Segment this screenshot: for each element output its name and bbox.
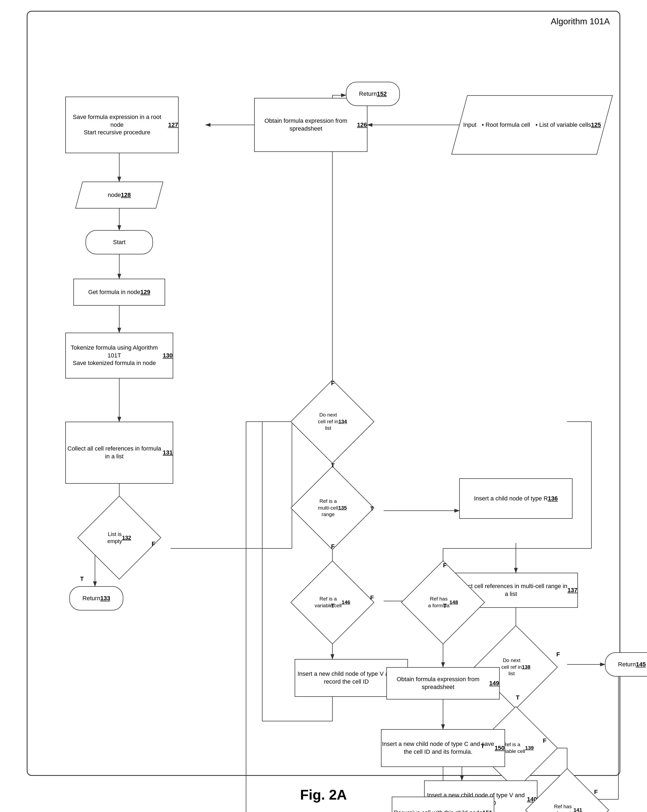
node-start: Start — [85, 230, 153, 254]
label-t-135: T — [370, 505, 374, 512]
node-130: Tokenize formula using Algorithm 101TSav… — [65, 333, 173, 379]
label-t-139: T — [481, 743, 484, 750]
node-127: Save formula expression in a root nodeSt… — [65, 96, 179, 153]
node-149: Obtain formula expression from spreadshe… — [386, 667, 500, 699]
fig-caption: Fig. 2A — [300, 787, 347, 803]
node-131: Collect all cell references in formula i… — [65, 422, 173, 484]
label-t-138: T — [516, 694, 519, 701]
label-t-148: T — [443, 602, 447, 609]
label-f-132: F — [152, 540, 155, 547]
node-135: Ref is amulti-cellrange135 — [290, 466, 374, 550]
diagram-container: Algorithm 101A — [27, 11, 620, 776]
node-151: Recursive call with this child node151 — [392, 797, 494, 812]
label-f-135: F — [331, 543, 334, 550]
node-125: Input • Root formula cell • List of vari… — [452, 95, 613, 154]
node-145: Return145 — [605, 652, 647, 676]
node-150: Insert a new child node of type C and sa… — [381, 729, 505, 767]
node-132: List isempty132 — [77, 496, 161, 580]
label-f-134: F — [331, 380, 334, 387]
label-t-146: T — [331, 602, 334, 609]
node-133: Return133 — [69, 586, 123, 611]
label-f-141: F — [594, 789, 598, 795]
node-128: node128 — [75, 182, 163, 209]
diagram-area: Input • Root formula cell • List of vari… — [38, 20, 609, 762]
label-f-148: F — [443, 562, 447, 569]
node-136: Insert a child node of type R136 — [459, 478, 572, 519]
node-134: Do nextcell ref inlist134 — [290, 380, 374, 464]
label-f-146: F — [370, 594, 374, 601]
node-129: Get formula in node129 — [73, 279, 165, 306]
label-f-138: F — [556, 651, 560, 658]
node-126: Obtain formula expression from spreadshe… — [254, 98, 368, 152]
label-f-139: F — [543, 737, 546, 744]
node-152: Return152 — [346, 82, 400, 106]
label-t-132: T — [80, 575, 84, 582]
label-t-134: T — [331, 462, 334, 469]
